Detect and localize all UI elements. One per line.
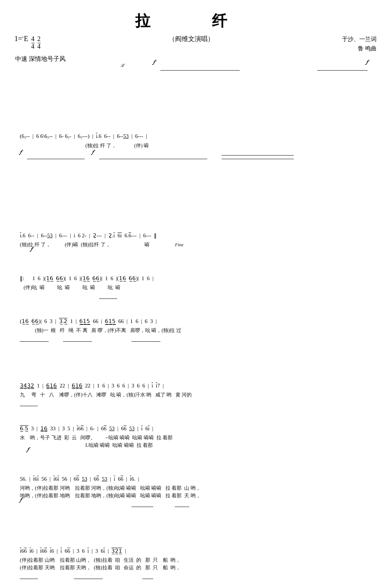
notation-row-9: 1̲6̲ 33 | 2̲3̲02̲3̲ | 1 2 | 3̲5̲3. | 3.2… [20, 574, 371, 588]
notation-row-1: 𝑓 𝑓 𝒮 (67-- | 6 6\67-- | 6- 67- | 67---)… [20, 66, 371, 142]
score-section-9: 1̲6̲ 33 | 2̲3̲02̲3̲ | 1 2 | 3̲5̲3. | 3.2… [20, 574, 371, 588]
notation-row-4: (1̲6̲ 6̲6̲)| 6 3 | 3̲.2̲ 1 | 6̲1̲5̲ 66 |… [20, 294, 371, 327]
score-section-8: 𝑓 i66 i6 | i66 i6 | i 66 | 3 6 i | 3 6i … [20, 502, 371, 571]
song-title: 拉 纤 [14, 11, 377, 31]
score-container: 𝑓 𝑓 𝒮 (67-- | 6 6\67-- | 6- 67- | 67---)… [14, 66, 377, 588]
lyric-row-7: 河哟，(伴)拉着那 河哟 拉着那 河哟，(独)吆嗬 嗬嗬 吆嗬 嗬嗬 拉 着那 … [20, 484, 371, 499]
notation-row-5: 3̲4̲3̲2̲ 1 | 6̲1̲6̲ 22 | 6̲1̲6̲ 22 | 1 6… [20, 337, 371, 391]
score-section-4: (1̲6̲ 6̲6̲)| 6 3 | 3̲.2̲ 1 | 6̲1̲5̲ 66 |… [20, 294, 371, 334]
notation-row-6: 6̲.5̲ 3 | 1̲6̲ 33 | 3 5 | i66 | 6- | 66 … [20, 401, 371, 434]
lyric-row-5: 九 弯 十 八 滩啰，(伴)十八 滩啰 吆 嗬，(独)汗水 哟 咸了 哟 黄 河… [20, 391, 371, 399]
lyric-row-6: 水 哟，号子 飞进 彩 云 间啰。 ⌐吆嗬 嗬嗬 吆嗬 嗬嗬 拉 着那 L吆嗬 … [20, 434, 371, 449]
notation-row-7: 𝑓 56. | i6i 56 | i6i 56 | 66 53 | 66 53 … [20, 452, 371, 484]
score-section-6: 6̲.5̲ 3 | 1̲6̲ 33 | 3 5 | i66 | 6- | 66 … [20, 401, 371, 449]
performer-label: （阎维文演唱） [41, 35, 342, 43]
time-signature-2: 2 4 [37, 36, 41, 50]
score-section-2: 𝑓 𝑓 i.6 6-- | 6--53 | 6--- | i 6 2- | 2̱… [20, 154, 371, 248]
lyricist: 于沙、一兰词 [342, 35, 377, 44]
lyric-row-2: (独)拉 纤 了， (伴)嗬 (独)拉纤 了， 嗬 Fine [20, 241, 371, 248]
notation-row-8: 𝑓 i66 i6 | i66 i6 | i 66 | 3 6 i | 3 6i … [20, 502, 371, 556]
score-section-3: 𝑓 ‖: 1 6 |(1̲6̲ 6̲6̲)| 1 6 |(1̲6̲ 6̲6̲)|… [20, 251, 371, 291]
lyric-row-3: (伴)吆 嗬 吆 嗬 吆 嗬 吆 嗬 [20, 284, 371, 291]
score-section-5: 3̲4̲3̲2̲ 1 | 6̲1̲6̲ 22 | 6̲1̲6̲ 22 | 1 6… [20, 337, 371, 399]
notation-row-2: 𝑓 𝑓 i.6 6-- | 6--53 | 6--- | i 6 2- | 2̱… [20, 154, 371, 241]
score-section-7: 𝑓 56. | i6i 56 | i6i 56 | 66 53 | 66 53 … [20, 452, 371, 499]
lyric-row-8: (伴)拉着那 山哟 拉着那 山哟， (独)拉着 咱 生活 的 那 只 船 哟， … [20, 556, 371, 571]
key-info: 1=♭E 4 4 2 4 [14, 35, 41, 50]
notation-row-3: 𝑓 ‖: 1 6 |(1̲6̲ 6̲6̲)| 1 6 |(1̲6̲ 6̲6̲)|… [20, 251, 371, 284]
key-label: 1=♭E [14, 35, 28, 43]
credits: 于沙、一兰词 鲁 鸣曲 [342, 35, 377, 53]
composer: 鲁 鸣曲 [342, 44, 377, 53]
time-signature: 4 4 [31, 36, 35, 50]
score-section-1: 𝑓 𝑓 𝒮 (67-- | 6 6\67-- | 6- 67- | 67---)… [20, 66, 371, 149]
